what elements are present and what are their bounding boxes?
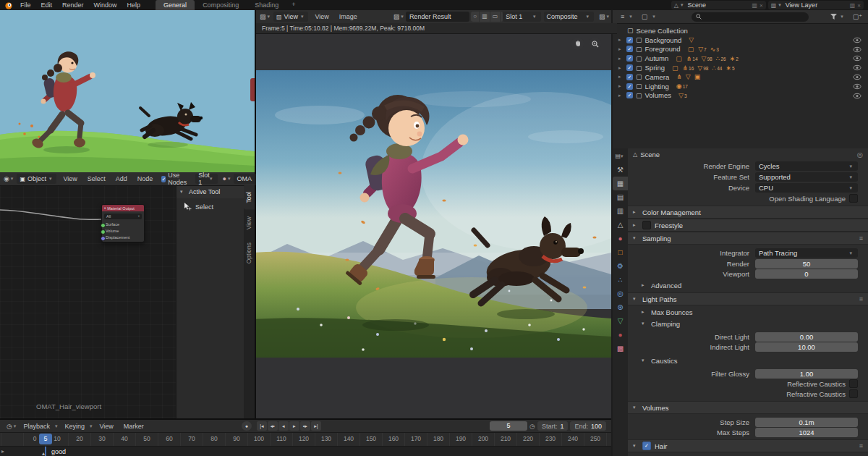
outliner-search-input[interactable] bbox=[692, 12, 809, 22]
pan-hand-icon[interactable] bbox=[571, 38, 584, 50]
render-pass-dropdown[interactable]: Composite ▾ bbox=[544, 12, 594, 22]
freestyle-checkbox[interactable] bbox=[642, 221, 651, 229]
outliner-row-camera[interactable]: ▸ ✓ ▢ Camera ⋔ ▽ ▣ bbox=[613, 72, 868, 82]
record-button[interactable]: ● bbox=[242, 421, 252, 431]
new-image-icon[interactable]: ▥ bbox=[480, 12, 490, 22]
expand-caret-icon[interactable]: ▸ bbox=[618, 74, 626, 80]
outliner-row-background[interactable]: ▸ ✓ ▢ Background ▽ bbox=[613, 35, 868, 45]
playhead-current-frame[interactable]: 5 bbox=[39, 434, 52, 444]
osl-checkbox[interactable] bbox=[849, 194, 858, 203]
add-workspace-button[interactable]: + bbox=[286, 0, 300, 10]
device-dropdown[interactable]: CPU▾ bbox=[755, 183, 858, 193]
npanel-tab-view[interactable]: View bbox=[244, 210, 255, 236]
tab-general[interactable]: General bbox=[156, 0, 195, 10]
timeline-track-area[interactable]: ▴ good ▸ bbox=[0, 447, 611, 456]
subpanel-clamping[interactable]: ▾ Clamping bbox=[628, 318, 868, 329]
expand-caret-icon[interactable]: ▸ bbox=[618, 37, 626, 43]
hide-eye-icon[interactable] bbox=[853, 93, 861, 99]
stopwatch-icon[interactable]: ◷ bbox=[529, 423, 535, 430]
viewport-side-tab[interactable] bbox=[250, 78, 255, 101]
hide-eye-icon[interactable] bbox=[853, 55, 861, 62]
collection-checkbox[interactable]: ✓ bbox=[626, 64, 633, 71]
hide-eye-icon[interactable] bbox=[853, 37, 861, 43]
outliner-display-mode-icon[interactable]: ≡ bbox=[617, 13, 626, 20]
timeline-ruler[interactable]: 0 10 20 30 40 50 60 70 80 90 100 110 120… bbox=[0, 433, 611, 447]
image-menu-view[interactable]: View bbox=[310, 12, 333, 22]
previous-keyframe-button[interactable]: ◂• bbox=[268, 421, 278, 431]
browse-image-icon[interactable]: ▨ bbox=[390, 13, 401, 20]
view-layer-name[interactable]: View Layer bbox=[786, 1, 848, 9]
panel-sampling[interactable]: ▾ Sampling ≡ bbox=[628, 232, 868, 245]
viewport-samples-slider[interactable]: 0 bbox=[755, 269, 858, 279]
expand-caret-icon[interactable]: ▸ bbox=[618, 93, 626, 98]
outliner-row-foreground[interactable]: ▸ ✓ ▢ Foreground ▢ ▽7 ∿3 bbox=[613, 45, 868, 54]
marker-label[interactable]: good bbox=[51, 448, 66, 455]
shader-menu-select[interactable]: Select bbox=[82, 174, 111, 184]
timeline-menu-playback[interactable]: Playback bbox=[18, 421, 55, 431]
use-nodes-checkbox[interactable]: ✓ bbox=[161, 176, 166, 182]
play-button[interactable]: ▸ bbox=[289, 421, 299, 431]
subpanel-advanced[interactable]: ▸ Advanced bbox=[628, 280, 868, 290]
shader-slot-dropdown[interactable]: Slot 1 ▾ bbox=[195, 174, 217, 184]
view-layer-selector[interactable]: ▥ ▾ View Layer ▥ × bbox=[768, 1, 864, 9]
fake-user-icon[interactable]: ○ bbox=[471, 12, 479, 22]
new-collection-icon[interactable]: ▢⁺ bbox=[849, 13, 864, 20]
indirect-light-slider[interactable]: 10.00 bbox=[755, 342, 858, 352]
display-channels-icon[interactable]: ▨ bbox=[595, 13, 607, 20]
panel-freestyle[interactable]: ▸ Freestyle bbox=[628, 219, 868, 232]
hide-eye-icon[interactable] bbox=[853, 83, 861, 90]
collection-checkbox[interactable]: ✓ bbox=[626, 74, 633, 80]
properties-editor-type-icon[interactable]: ▤▾ bbox=[613, 149, 628, 163]
menu-file[interactable]: File bbox=[15, 0, 36, 10]
outliner-row-spring[interactable]: ▸ ✓ ▢ Spring ▢ ⋔16 ▽98 ∴44 ∗5 bbox=[613, 63, 868, 72]
npanel-tab-tool[interactable]: Tool bbox=[244, 185, 255, 210]
panel-hair[interactable]: ▾ ✓ Hair ≡ bbox=[628, 439, 868, 452]
chevron-down-icon[interactable]: ▾ bbox=[778, 2, 783, 8]
node-title-bar[interactable]: ▾ Material Output bbox=[102, 205, 144, 211]
expand-caret-icon[interactable]: ▸ bbox=[618, 46, 626, 52]
step-size-slider[interactable]: 0.1m bbox=[755, 418, 858, 427]
render-samples-slider[interactable]: 50 bbox=[755, 259, 858, 269]
tab-constraints[interactable]: ⊛ bbox=[613, 300, 628, 314]
blender-logo-icon[interactable] bbox=[0, 1, 15, 9]
image-editor-canvas[interactable] bbox=[256, 33, 611, 418]
tab-particles[interactable]: ∴ bbox=[613, 273, 628, 287]
timeline-menu-view[interactable]: View bbox=[94, 421, 118, 431]
expand-caret-icon[interactable]: ▸ bbox=[618, 56, 626, 62]
end-frame-field[interactable]: End:100 bbox=[570, 421, 606, 431]
menu-render[interactable]: Render bbox=[57, 0, 89, 10]
tab-output[interactable]: ▤ bbox=[613, 190, 628, 204]
hide-eye-icon[interactable] bbox=[853, 64, 861, 71]
jump-to-end-button[interactable]: ▸| bbox=[311, 421, 321, 431]
hide-eye-icon[interactable] bbox=[853, 74, 861, 80]
tab-shading[interactable]: Shading bbox=[247, 0, 286, 10]
tab-object-data[interactable]: ▽ bbox=[613, 314, 628, 328]
node-input-displacement[interactable]: Displacement bbox=[102, 234, 144, 242]
outliner-filter-id-icon[interactable]: ▢ bbox=[638, 13, 650, 20]
scene-selector[interactable]: △ ▾ Scene ▥ × bbox=[671, 1, 766, 9]
subpanel-max-bounces[interactable]: ▸ Max Bounces bbox=[628, 307, 868, 317]
integrator-dropdown[interactable]: Path Tracing▾ bbox=[755, 248, 858, 258]
collection-checkbox[interactable]: ✓ bbox=[626, 83, 633, 90]
filter-funnel-icon[interactable] bbox=[830, 14, 837, 20]
collection-checkbox[interactable]: ✓ bbox=[626, 46, 633, 52]
marker-triangle-icon[interactable]: ▴ bbox=[42, 450, 45, 456]
viewport-3d[interactable] bbox=[0, 10, 256, 174]
timeline-menu-marker[interactable]: Marker bbox=[119, 421, 149, 431]
current-frame-field[interactable]: 5 bbox=[490, 421, 527, 431]
image-menu-image[interactable]: Image bbox=[334, 12, 362, 22]
expand-caret-icon[interactable]: ▸ bbox=[618, 65, 626, 71]
expand-region-icon[interactable]: ▸ bbox=[1, 448, 4, 455]
active-tool-header[interactable]: ▾ Active Tool bbox=[176, 185, 244, 198]
material-preview-icon[interactable]: ● bbox=[219, 175, 228, 182]
collection-checkbox[interactable]: ✓ bbox=[626, 55, 633, 62]
render-engine-dropdown[interactable]: Cycles▾ bbox=[755, 161, 858, 171]
tab-physics[interactable]: ◎ bbox=[613, 287, 628, 300]
outliner-row-lighting[interactable]: ▸ ✓ ▢ Lighting ◉17 bbox=[613, 82, 868, 91]
active-tool-select[interactable]: Select bbox=[176, 198, 244, 211]
timeline-editor-type-icon[interactable]: ◷ bbox=[3, 423, 14, 430]
material-output-node[interactable]: ▾ Material Output All ▾ Surface Volume D… bbox=[101, 204, 145, 242]
start-frame-field[interactable]: Start:1 bbox=[537, 421, 569, 431]
chevron-down-icon[interactable]: ▾ bbox=[681, 2, 686, 8]
npanel-tab-options[interactable]: Options bbox=[244, 236, 255, 270]
